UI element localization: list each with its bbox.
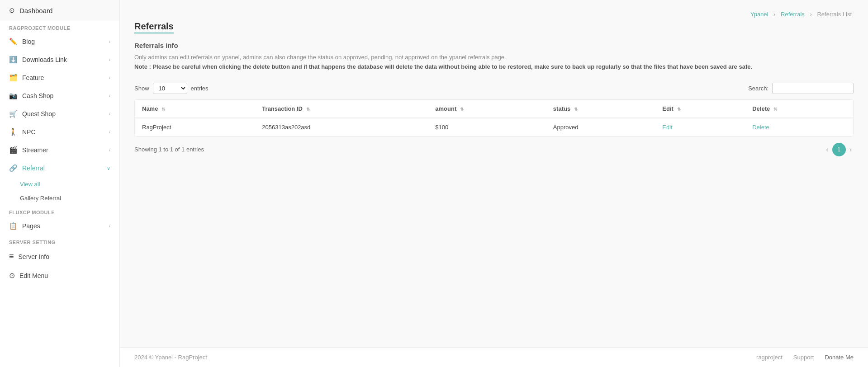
chevron-right-icon-cash-shop: ›: [109, 93, 110, 99]
streamer-icon: 🎬: [9, 146, 18, 154]
footer-link-ragproject[interactable]: ragproject: [756, 354, 783, 361]
table-controls: Show 10 25 50 100 entries Search:: [134, 83, 854, 94]
server-setting-label: Server setting: [0, 235, 119, 247]
col-delete[interactable]: Delete ⇅: [745, 100, 853, 118]
info-box: Referrals info Only admins can edit refe…: [134, 42, 854, 72]
chevron-right-icon-pages: ›: [109, 223, 110, 229]
showing-text: Showing 1 to 1 of 1 entries: [134, 146, 204, 153]
chevron-right-icon-streamer: ›: [109, 147, 110, 153]
sidebar-item-referral[interactable]: 🔗 Referral ∨: [0, 159, 119, 177]
footer-copyright: 2024 © Ypanel - RagProject: [134, 354, 207, 361]
sidebar-item-downloads-link[interactable]: ⬇️ Downloads Link ›: [0, 51, 119, 69]
dashboard-icon: ⊙: [9, 6, 15, 14]
npc-icon: 🚶: [9, 128, 18, 136]
footer-link-donate[interactable]: Donate Me: [825, 354, 854, 361]
sidebar-label-blog: Blog: [22, 38, 35, 45]
entries-select[interactable]: 10 25 50 100: [153, 83, 187, 94]
sidebar-label-referral: Referral: [22, 165, 45, 172]
prev-page-button[interactable]: ‹: [824, 144, 830, 155]
breadcrumb-sep1: ›: [773, 11, 775, 18]
sidebar-label-quest-shop: Quest Shop: [22, 110, 56, 118]
sidebar-item-dashboard[interactable]: ⊙ Dashboard: [0, 0, 119, 21]
cell-edit[interactable]: Edit: [655, 118, 745, 136]
page-1-button[interactable]: 1: [832, 143, 846, 156]
quest-shop-icon: 🛒: [9, 110, 18, 118]
table-wrapper: Name ⇅ Transaction ID ⇅ amount ⇅ statu: [134, 99, 854, 136]
sort-icon-delete: ⇅: [773, 107, 777, 112]
sidebar-label-npc: NPC: [22, 128, 36, 136]
breadcrumb-sep2: ›: [810, 11, 811, 18]
cell-amount: $100: [428, 118, 546, 136]
sidebar-label-cash-shop: Cash Shop: [22, 92, 53, 99]
sidebar-label-feature: Feature: [22, 74, 44, 81]
footer-links: ragproject Support Donate Me: [756, 354, 854, 361]
sidebar-item-npc[interactable]: 🚶 NPC ›: [0, 123, 119, 141]
col-edit[interactable]: Edit ⇅: [655, 100, 745, 118]
table-header: Name ⇅ Transaction ID ⇅ amount ⇅ statu: [135, 100, 853, 118]
col-name[interactable]: Name ⇅: [135, 100, 255, 118]
sidebar-item-blog[interactable]: ✏️ Blog ›: [0, 33, 119, 51]
breadcrumb-ypanel[interactable]: Ypanel: [750, 11, 768, 18]
next-page-button[interactable]: ›: [848, 144, 854, 155]
footer-link-support[interactable]: Support: [793, 354, 814, 361]
sidebar-item-quest-shop[interactable]: 🛒 Quest Shop ›: [0, 105, 119, 123]
cell-delete[interactable]: Delete: [745, 118, 853, 136]
edit-menu-icon: ⊙: [9, 271, 15, 280]
breadcrumb-referrals-list: Referrals List: [817, 11, 852, 18]
info-note: Note : Please be careful when clicking t…: [134, 62, 854, 72]
search-label: Search:: [748, 85, 768, 92]
search-input[interactable]: [772, 83, 854, 94]
sidebar-item-pages[interactable]: 📋 Pages ›: [0, 217, 119, 235]
show-label: Show: [134, 85, 149, 92]
breadcrumb-referrals[interactable]: Referrals: [781, 11, 805, 18]
referral-icon: 🔗: [9, 164, 18, 172]
chevron-right-icon-feature: ›: [109, 75, 110, 80]
sidebar-label-edit-menu: Edit Menu: [19, 272, 48, 279]
sidebar-item-edit-menu[interactable]: ⊙ Edit Menu: [0, 266, 119, 285]
sidebar-item-feature[interactable]: 🗂️ Feature ›: [0, 69, 119, 87]
page-title: Referrals: [134, 21, 174, 33]
feature-icon: 🗂️: [9, 74, 18, 82]
edit-link[interactable]: Edit: [662, 124, 672, 131]
sidebar-sub-view-all[interactable]: View all: [0, 177, 119, 191]
sidebar-label-server-info: Server Info: [19, 253, 49, 260]
chevron-right-icon-quest-shop: ›: [109, 111, 110, 117]
footer: 2024 © Ypanel - RagProject ragproject Su…: [120, 347, 868, 367]
chevron-right-icon-downloads: ›: [109, 57, 110, 62]
delete-link[interactable]: Delete: [752, 124, 769, 131]
sidebar-item-server-info[interactable]: ≡ Server Info: [0, 247, 119, 266]
sidebar-label-downloads: Downloads Link: [22, 56, 67, 63]
chevron-right-icon: ›: [109, 39, 110, 44]
referrals-table: Name ⇅ Transaction ID ⇅ amount ⇅ statu: [135, 100, 853, 136]
sidebar-label-pages: Pages: [22, 222, 40, 230]
col-status[interactable]: status ⇅: [546, 100, 655, 118]
sidebar-sub-gallery-referral[interactable]: Gallery Referral: [0, 191, 119, 205]
sidebar: ⊙ Dashboard RagProject Module ✏️ Blog › …: [0, 0, 120, 367]
sidebar-item-streamer[interactable]: 🎬 Streamer ›: [0, 141, 119, 159]
entries-label: entries: [191, 85, 209, 92]
sort-icon-name: ⇅: [161, 107, 165, 112]
cell-name: RagProject: [135, 118, 255, 136]
sidebar-item-cash-shop[interactable]: 📷 Cash Shop ›: [0, 87, 119, 105]
col-transaction-id[interactable]: Transaction ID ⇅: [255, 100, 428, 118]
table-body: RagProject 2056313as202asd $100 Approved…: [135, 118, 853, 136]
content-area: Ypanel › Referrals › Referrals List Refe…: [120, 0, 868, 347]
cell-status: Approved: [546, 118, 655, 136]
cash-shop-icon: 📷: [9, 92, 18, 100]
blog-icon: ✏️: [9, 38, 18, 46]
sidebar-label-streamer: Streamer: [22, 146, 48, 154]
downloads-icon: ⬇️: [9, 56, 18, 64]
search-box: Search:: [748, 83, 854, 94]
sort-icon-amount: ⇅: [460, 107, 464, 112]
pagination: ‹ 1 ›: [824, 143, 854, 156]
sort-icon-status: ⇅: [574, 107, 578, 112]
info-title: Referrals info: [134, 42, 854, 49]
col-amount[interactable]: amount ⇅: [428, 100, 546, 118]
chevron-down-icon-referral: ∨: [107, 165, 110, 171]
chevron-right-icon-npc: ›: [109, 129, 110, 135]
sort-icon-txn: ⇅: [306, 107, 310, 112]
breadcrumb: Ypanel › Referrals › Referrals List: [134, 11, 854, 18]
info-text: Only admins can edit referrals on ypanel…: [134, 53, 854, 62]
sort-icon-edit: ⇅: [677, 107, 681, 112]
fluxcp-module-label: Fluxcp Module: [0, 205, 119, 217]
